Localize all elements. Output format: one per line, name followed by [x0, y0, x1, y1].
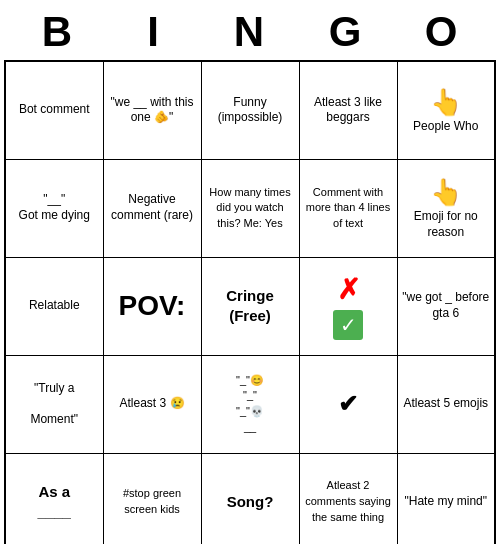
table-row: Bot comment "we __ with this one 🫵" Funn…: [5, 61, 495, 159]
cell-text: "_"😊"_""_"💀__: [236, 374, 264, 433]
cell-r2c3: How many times did you watch this? Me: Y…: [201, 159, 299, 257]
cell-text: Negative comment (rare): [111, 192, 193, 222]
cell-text: "Hate my mind": [404, 494, 487, 508]
cell-r2c4: Comment with more than 4 lines of text: [299, 159, 397, 257]
cell-text: As a____: [38, 483, 71, 520]
cell-text: #stop green screen kids: [123, 487, 181, 515]
cell-r3c2: POV:: [103, 257, 201, 355]
cell-text: "Truly aMoment": [30, 381, 78, 426]
cell-r4c2: Atleast 3 😢: [103, 355, 201, 453]
cell-r1c5: 👆 People Who: [397, 61, 495, 159]
cell-r3c4: ✗ ✓: [299, 257, 397, 355]
cell-r4c1: "Truly aMoment": [5, 355, 103, 453]
table-row: "Truly aMoment" Atleast 3 😢 "_"😊"_""_"💀_…: [5, 355, 495, 453]
cell-text: "we got _ before gta 6: [402, 290, 489, 320]
cell-r4c3: "_"😊"_""_"💀__: [201, 355, 299, 453]
cell-r1c1: Bot comment: [5, 61, 103, 159]
cell-text: Funny (impossible): [218, 95, 283, 125]
table-row: Relatable POV: Cringe(Free) ✗ ✓ "we got …: [5, 257, 495, 355]
cell-text: Bot comment: [19, 102, 90, 116]
cell-text: Emoji for no reason: [414, 209, 478, 239]
cell-r5c4: Atleast 2 comments saying the same thing: [299, 453, 397, 544]
pointing-up-icon: 👆: [430, 177, 462, 207]
cell-text: Atleast 2 comments saying the same thing: [305, 479, 391, 522]
letter-b: B: [18, 8, 98, 56]
cell-r1c2: "we __ with this one 🫵": [103, 61, 201, 159]
cell-r2c1: "__"Got me dying: [5, 159, 103, 257]
cell-r3c1: Relatable: [5, 257, 103, 355]
cell-text: How many times did you watch this? Me: Y…: [209, 186, 290, 229]
red-x-icon: ✗: [337, 272, 360, 308]
cell-r2c2: Negative comment (rare): [103, 159, 201, 257]
cell-text: Song?: [227, 493, 274, 510]
table-row: "__"Got me dying Negative comment (rare)…: [5, 159, 495, 257]
cell-r5c3: Song?: [201, 453, 299, 544]
letter-o: O: [402, 8, 482, 56]
cell-text: "__"Got me dying: [19, 192, 90, 222]
cell-r1c3: Funny (impossible): [201, 61, 299, 159]
cell-text: Atleast 5 emojis: [403, 396, 488, 410]
letter-i: I: [114, 8, 194, 56]
checkmark-icon: ✔: [338, 390, 358, 417]
cell-r3c3: Cringe(Free): [201, 257, 299, 355]
cell-r5c1: As a____: [5, 453, 103, 544]
cell-r1c4: Atleast 3 like beggars: [299, 61, 397, 159]
cell-r5c2: #stop green screen kids: [103, 453, 201, 544]
cell-text: Cringe(Free): [226, 287, 274, 324]
cell-text: POV:: [119, 290, 186, 321]
cell-r3c5: "we got _ before gta 6: [397, 257, 495, 355]
green-check-icon: ✓: [333, 310, 363, 340]
cell-text: "we __ with this one 🫵": [111, 95, 194, 125]
bingo-header: B I N G O: [0, 0, 500, 60]
pointing-up-icon: 👆: [430, 87, 462, 117]
cell-text: People Who: [413, 119, 478, 133]
bingo-grid: Bot comment "we __ with this one 🫵" Funn…: [4, 60, 496, 544]
table-row: As a____ #stop green screen kids Song? A…: [5, 453, 495, 544]
letter-g: G: [306, 8, 386, 56]
cell-r5c5: "Hate my mind": [397, 453, 495, 544]
cell-text: Atleast 3 like beggars: [314, 95, 382, 125]
cross-check-cell: ✗ ✓: [303, 272, 394, 340]
cell-text: Comment with more than 4 lines of text: [306, 186, 390, 229]
cell-text: Atleast 3 😢: [119, 396, 184, 410]
letter-n: N: [210, 8, 290, 56]
cell-r4c5: Atleast 5 emojis: [397, 355, 495, 453]
cell-r4c4: ✔: [299, 355, 397, 453]
cell-text: Relatable: [29, 298, 80, 312]
cell-r2c5: 👆 Emoji for no reason: [397, 159, 495, 257]
